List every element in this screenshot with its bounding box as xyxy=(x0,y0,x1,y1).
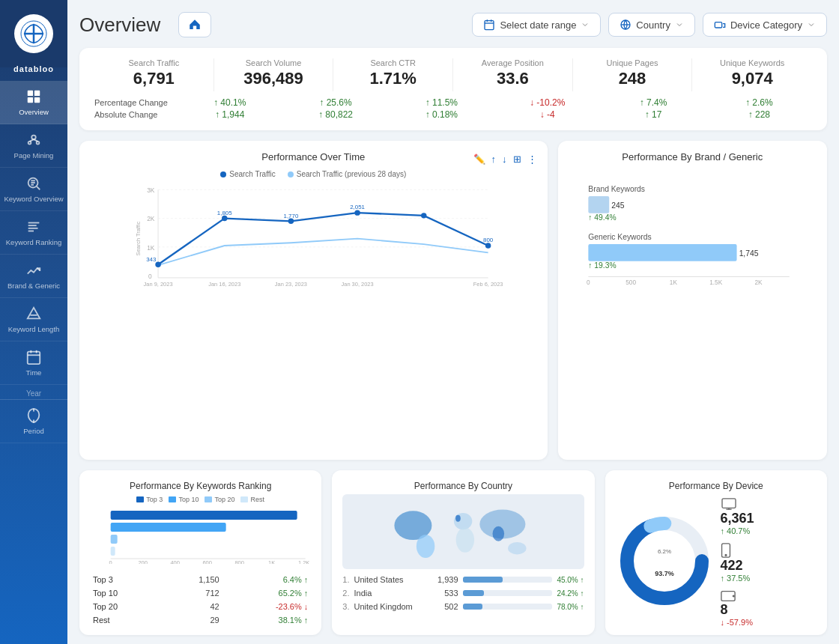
svg-text:3K: 3K xyxy=(147,186,155,194)
sidebar-item-keyword-ranking[interactable]: Keyword Ranking xyxy=(0,211,67,255)
svg-text:343: 343 xyxy=(146,256,157,263)
stat-search-traffic: Search Traffic 6,791 xyxy=(94,58,214,91)
device-category-button[interactable]: Device Category xyxy=(703,13,827,37)
svg-line-8 xyxy=(30,139,34,142)
svg-text:1K: 1K xyxy=(147,244,155,252)
line-chart-area: 3K 2K 1K 0 xyxy=(90,183,537,449)
pct-change-4: ↑ 7.4% xyxy=(600,97,706,108)
svg-point-45 xyxy=(288,219,294,224)
world-map-svg xyxy=(342,494,584,569)
sidebar-item-keyword-length[interactable]: Keyword Length xyxy=(0,298,67,341)
svg-text:↑ 19.3%: ↑ 19.3% xyxy=(588,261,616,270)
svg-point-106 xyxy=(733,595,734,597)
country-name-1: India xyxy=(354,589,425,598)
kw-ranking-card: Performance By Keywords Ranking Top 3 To… xyxy=(79,470,321,635)
device-desktop-val: 6,361 xyxy=(721,511,754,526)
svg-text:93.7%: 93.7% xyxy=(655,570,674,577)
donut-svg: 6.2% 93.7% xyxy=(616,512,713,610)
legend-search-traffic: Search Traffic xyxy=(220,170,276,178)
svg-rect-2 xyxy=(34,91,40,96)
device-tablet: 8 ↓ -57.9% xyxy=(721,590,754,627)
date-range-button[interactable]: Select date range xyxy=(472,13,601,37)
sidebar: databloo Overview Page Mining Keyword Ov… xyxy=(0,0,67,644)
svg-text:↑ 49.4%: ↑ 49.4% xyxy=(588,213,616,222)
brand-generic-card: Performance By Brand / Generic Brand Key… xyxy=(558,141,827,460)
stat-value-5: 9,074 xyxy=(698,69,806,88)
svg-point-88 xyxy=(417,535,434,558)
table-row: Top 3 1,150 6.4% ↑ xyxy=(90,573,311,586)
stat-unique-keywords: Unique Keywords 9,074 xyxy=(692,58,812,91)
stat-label-3: Average Position xyxy=(459,58,566,67)
svg-text:2K: 2K xyxy=(147,215,155,222)
abs-change-2: ↑ 0.18% xyxy=(389,109,494,120)
stat-value-2: 1.71% xyxy=(339,69,446,88)
sidebar-item-page-mining[interactable]: Page Mining xyxy=(0,124,67,168)
stat-label-0: Search Traffic xyxy=(100,58,208,67)
sidebar-item-kw-ranking-label: Keyword Ranking xyxy=(6,238,61,246)
sidebar-item-brand-generic[interactable]: Brand & Generic xyxy=(0,255,67,298)
charts-row-1: Performance Over Time ✏️ ↑ ↓ ⊞ ⋮ Search … xyxy=(79,141,827,460)
stat-label-5: Unique Keywords xyxy=(698,58,806,67)
svg-rect-77 xyxy=(111,547,115,556)
country-val-1: 533 xyxy=(430,589,458,598)
kw-row-val-0: 1,150 xyxy=(161,573,222,586)
home-button[interactable] xyxy=(178,12,211,37)
svg-text:500: 500 xyxy=(626,279,636,286)
svg-rect-1 xyxy=(28,91,33,96)
svg-rect-74 xyxy=(111,511,297,520)
svg-point-5 xyxy=(31,136,36,140)
svg-text:0: 0 xyxy=(587,279,590,286)
sidebar-item-time[interactable]: Time xyxy=(0,341,67,385)
svg-text:1.2K: 1.2K xyxy=(298,559,309,564)
abs-change-4: ↑ 17 xyxy=(600,109,706,120)
kw-ranking-svg: 0 200 400 600 800 1K 1.2K xyxy=(90,508,311,564)
table-icon[interactable]: ⊞ xyxy=(513,154,521,165)
svg-text:1.5K: 1.5K xyxy=(709,279,722,286)
svg-text:2,051: 2,051 xyxy=(350,204,365,210)
country-button[interactable]: Country xyxy=(608,13,695,37)
svg-rect-27 xyxy=(485,21,494,30)
svg-text:6.2%: 6.2% xyxy=(657,548,670,555)
kw-row-pct-1: 65.2% ↑ xyxy=(222,586,312,600)
device-stats: 6,361 ↑ 40.7% 422 ↑ 37.5% 8 ↓ -57.9% xyxy=(721,497,754,627)
more-icon[interactable]: ⋮ xyxy=(527,154,537,165)
stat-value-3: 33.6 xyxy=(459,69,566,88)
sidebar-item-overview[interactable]: Overview xyxy=(0,81,67,124)
chart-toolbar: ✏️ ↑ ↓ ⊞ ⋮ xyxy=(425,154,536,165)
svg-text:2K: 2K xyxy=(754,279,763,286)
page-header: Overview Select date range Country Devic… xyxy=(79,12,827,37)
country-bar-0 xyxy=(463,577,553,583)
svg-text:0: 0 xyxy=(148,273,152,280)
sidebar-item-overview-label: Overview xyxy=(19,108,49,116)
by-country-card: Performance By Country xyxy=(332,470,594,635)
svg-point-46 xyxy=(354,210,360,215)
country-bar-fill-2 xyxy=(463,604,482,610)
kw-ranking-legend: Top 3 Top 10 Top 20 Rest xyxy=(90,496,311,503)
svg-text:1,770: 1,770 xyxy=(284,213,299,219)
year-label: Year xyxy=(26,389,41,398)
device-desktop: 6,361 ↑ 40.7% xyxy=(721,497,754,535)
sidebar-item-brand-label: Brand & Generic xyxy=(7,282,60,290)
sidebar-item-period[interactable]: Period xyxy=(0,399,67,443)
svg-rect-3 xyxy=(28,97,33,103)
svg-text:400: 400 xyxy=(170,559,180,564)
legend-label-top10: Top 10 xyxy=(178,496,199,503)
chevron-down-2-icon xyxy=(675,20,684,29)
upload-icon[interactable]: ↑ xyxy=(491,154,497,165)
svg-text:Generic Keywords: Generic Keywords xyxy=(588,233,651,241)
svg-rect-76 xyxy=(111,535,118,544)
svg-rect-100 xyxy=(722,499,736,508)
date-range-label: Select date range xyxy=(500,19,576,31)
svg-text:1K: 1K xyxy=(669,279,677,286)
svg-point-90 xyxy=(456,527,474,552)
sidebar-item-keyword-overview[interactable]: Keyword Overview xyxy=(0,168,67,211)
svg-point-47 xyxy=(421,213,426,218)
device-tablet-pct: ↓ -57.9% xyxy=(721,618,753,627)
edit-icon[interactable]: ✏️ xyxy=(473,154,485,165)
svg-text:800: 800 xyxy=(234,559,244,564)
kw-row-pct-0: 6.4% ↑ xyxy=(222,573,312,586)
main-content: Overview Select date range Country Devic… xyxy=(67,0,839,644)
download-icon[interactable]: ↓ xyxy=(502,154,507,165)
desktop-icon xyxy=(721,497,737,511)
abs-change-3: ↓ -4 xyxy=(494,109,600,120)
